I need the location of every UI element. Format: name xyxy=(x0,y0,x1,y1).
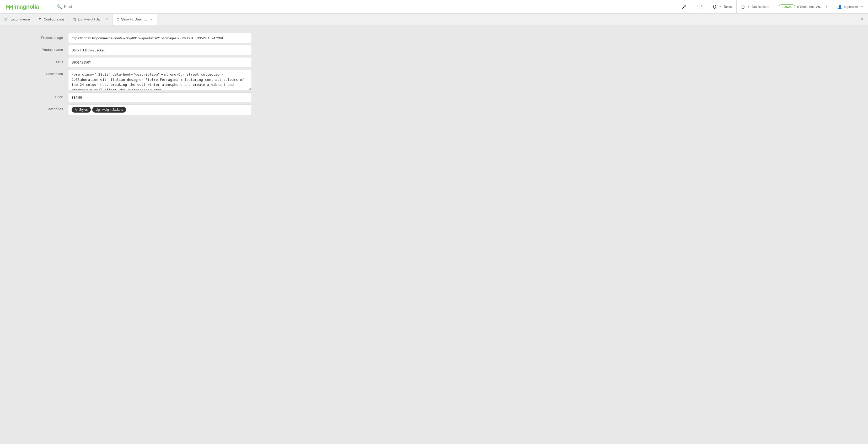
tasks-count: 0 xyxy=(713,3,716,10)
tab-lightweight[interactable]: ◫ Lightweight Ja... ✕ xyxy=(68,13,113,25)
grid-section[interactable]: ⋮⋮ xyxy=(691,0,708,13)
form-area: Product image Product name SKU Descripti… xyxy=(26,33,252,115)
mic-section[interactable]: 🎤 xyxy=(677,0,691,13)
tab-slimfit-close[interactable]: ✕ xyxy=(150,18,153,21)
user-section[interactable]: 👤 superuser ▼ xyxy=(833,0,868,13)
tab-slimfit[interactable]: □ Slim- Fit Down ... ✕ xyxy=(113,13,157,25)
tab-lightweight-label: Lightweight Ja... xyxy=(78,17,102,21)
tab-ecommerce-icon: 🛒 xyxy=(4,17,8,21)
env-section[interactable]: LOCAL e-Commerce Au... ▼ xyxy=(774,0,833,13)
price-label: Price xyxy=(26,92,68,99)
tasks-section[interactable]: 0 ▼ Tasks xyxy=(708,0,737,13)
magnolia-icon xyxy=(5,3,13,10)
topbar: magnolia 🔍 🎤 ⋮⋮ 0 ▼ Tasks 0 ▼ Notificati… xyxy=(0,0,868,13)
sku-label: SKU xyxy=(26,57,68,64)
tab-slimfit-label: Slim- Fit Down ... xyxy=(121,17,147,21)
user-caret: ▼ xyxy=(861,5,863,8)
price-row: Price xyxy=(26,92,252,102)
categories-label: Categories xyxy=(26,105,68,111)
description-row: Description <pre class="_28cEs" data-hoo… xyxy=(26,69,252,90)
user-icon: 👤 xyxy=(838,5,842,9)
tab-ecommerce-label: E-commerce xyxy=(10,17,30,21)
product-name-input[interactable] xyxy=(68,45,252,55)
user-name: superuser xyxy=(844,5,858,9)
main-content: Product image Product name SKU Descripti… xyxy=(0,25,868,444)
env-label: e-Commerce Au... xyxy=(797,5,823,9)
magnolia-logo: magnolia xyxy=(5,3,39,10)
tab-configuration-icon: ⚙ xyxy=(38,17,42,21)
product-name-label: Product name xyxy=(26,45,68,52)
env-caret: ▼ xyxy=(825,5,828,8)
tabs-close-all[interactable]: ✕ xyxy=(856,13,868,25)
tasks-caret: ▼ xyxy=(719,5,722,8)
mic-icon: 🎤 xyxy=(682,5,686,9)
tab-configuration-label: Configuration xyxy=(44,17,64,21)
product-image-label: Product image xyxy=(26,33,68,40)
tab-slimfit-icon: □ xyxy=(117,17,119,21)
grid-icon: ⋮⋮ xyxy=(696,5,703,9)
categories-field: All Styles Lightweight Jackets xyxy=(68,105,252,115)
tab-lightweight-close[interactable]: ✕ xyxy=(106,18,108,21)
product-image-input[interactable] xyxy=(68,33,252,43)
categories-row: Categories All Styles Lightweight Jacket… xyxy=(26,105,252,115)
env-badge: LOCAL xyxy=(779,4,795,9)
notifications-label: Notifications xyxy=(752,5,769,9)
logo-text: magnolia xyxy=(15,3,39,10)
tab-lightweight-icon: ◫ xyxy=(73,17,76,21)
logo-area: magnolia xyxy=(0,3,53,10)
search-icon: 🔍 xyxy=(57,4,62,9)
tab-configuration[interactable]: ⚙ Configuration xyxy=(34,13,68,25)
tab-ecommerce[interactable]: 🛒 E-commerce xyxy=(0,13,34,25)
description-label: Description xyxy=(26,69,68,76)
notifications-count: 0 xyxy=(741,3,744,10)
description-input[interactable]: <pre class="_28cEs" data-hook="descripti… xyxy=(68,69,252,90)
tabs-bar: 🛒 E-commerce ⚙ Configuration ◫ Lightweig… xyxy=(0,13,868,25)
search-area[interactable]: 🔍 xyxy=(53,0,677,13)
topbar-right: 🎤 ⋮⋮ 0 ▼ Tasks 0 ▼ Notifications LOCAL e… xyxy=(677,0,868,13)
product-name-row: Product name xyxy=(26,45,252,55)
notifications-caret: ▼ xyxy=(747,5,750,8)
search-input[interactable] xyxy=(64,4,673,9)
category-tag-lightweight[interactable]: Lightweight Jackets xyxy=(92,107,126,113)
product-image-row: Product image xyxy=(26,33,252,43)
category-tag-allstyles[interactable]: All Styles xyxy=(71,107,91,113)
price-input[interactable] xyxy=(68,92,252,102)
sku-row: SKU xyxy=(26,57,252,67)
sku-input[interactable] xyxy=(68,57,252,67)
tasks-label: Tasks xyxy=(724,5,732,9)
notifications-section[interactable]: 0 ▼ Notifications xyxy=(737,0,774,13)
